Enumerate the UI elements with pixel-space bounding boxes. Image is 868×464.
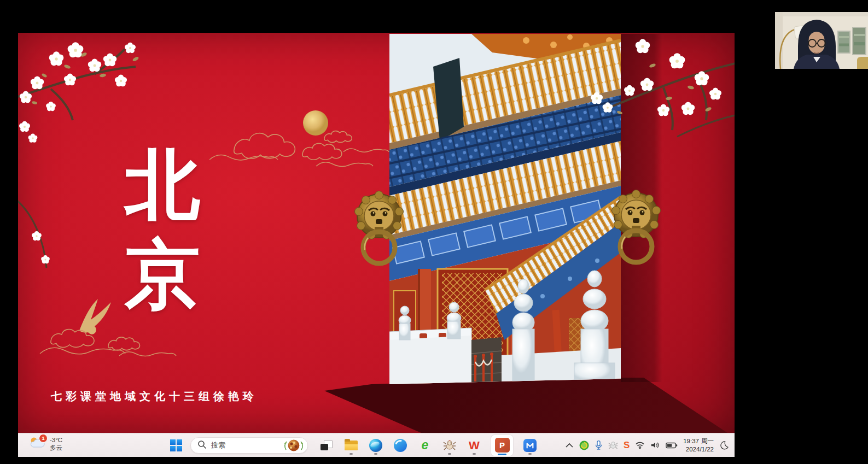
weather-widget[interactable]: 1 -3°C 多云 (29, 436, 62, 452)
start-button[interactable] (170, 439, 183, 452)
clock-time: 19:37 (683, 438, 699, 444)
chair (857, 57, 868, 69)
webcam-video (775, 12, 868, 69)
moon-icon[interactable] (719, 440, 729, 450)
input-character-icon[interactable] (608, 440, 618, 450)
microsoft-edge-button[interactable] (368, 435, 383, 456)
task-view-icon (321, 440, 333, 450)
file-explorer-button[interactable] (343, 435, 359, 456)
qq-browser-icon (394, 439, 407, 452)
taskbar-clock[interactable]: 19:37周一 2024/1/22 (683, 437, 714, 454)
wps-office-button[interactable]: W (467, 435, 482, 456)
tencent-meeting-button[interactable] (522, 435, 538, 456)
title-char-2: 京 (124, 230, 201, 319)
forbidden-city-illustration (389, 34, 621, 384)
taskbar: 1 -3°C 多云 搜索 (18, 433, 735, 457)
forbidden-city-photo (389, 34, 621, 384)
windows-logo-icon (170, 439, 182, 451)
clock-date: 2024/1/22 (683, 445, 714, 454)
meeting-window: 北 京 七彩课堂地域文化十三组徐艳玲 1 -3°C 多云 (0, 0, 868, 464)
edge-icon (369, 439, 382, 452)
folder-icon (345, 440, 358, 450)
internet-explorer-icon: e (422, 439, 429, 451)
sogou-input-icon[interactable]: S (624, 440, 630, 450)
character-app-button[interactable] (442, 435, 457, 456)
weather-temperature: -3°C (50, 436, 62, 444)
photo-panel-side-shadow (621, 34, 662, 382)
weather-cloud-icon: 1 (29, 436, 45, 452)
seasonal-food-icon (283, 438, 305, 453)
hidden-icons-chevron[interactable] (565, 442, 574, 449)
search-box[interactable]: 搜索 (190, 437, 308, 454)
weather-condition: 多云 (50, 444, 62, 451)
taskbar-apps: e W P (319, 433, 538, 457)
security-360-icon[interactable] (579, 440, 589, 450)
gold-moon (303, 110, 328, 136)
qq-browser-button[interactable] (393, 435, 408, 456)
title-char-1: 北 (124, 140, 201, 230)
plum-blossoms-top-left (18, 42, 139, 268)
wps-office-icon: W (469, 439, 480, 451)
battery-icon[interactable] (666, 442, 678, 449)
weather-badge: 1 (39, 434, 48, 443)
presentation-slide[interactable]: 北 京 七彩课堂地域文化十三组徐艳玲 (18, 33, 735, 433)
volume-icon[interactable] (650, 441, 660, 449)
powerpoint-button[interactable]: P (491, 435, 513, 456)
search-placeholder: 搜索 (211, 440, 283, 450)
microphone-icon[interactable] (595, 439, 603, 451)
slide-credit: 七彩课堂地域文化十三组徐艳玲 (51, 389, 258, 404)
participant-webcam[interactable] (775, 12, 868, 69)
search-icon (197, 440, 207, 451)
wifi-icon[interactable] (635, 441, 645, 449)
slide-title: 北 京 (124, 140, 201, 319)
character-app-icon (443, 439, 456, 452)
gold-clouds (209, 131, 389, 167)
clock-weekday: 周一 (701, 438, 714, 444)
internet-explorer-button[interactable]: e (417, 435, 433, 456)
task-view-button[interactable] (319, 435, 334, 456)
powerpoint-icon: P (495, 438, 510, 453)
system-tray: S 19:37周一 2024/1/22 (565, 433, 729, 457)
tencent-meeting-icon (523, 439, 537, 452)
